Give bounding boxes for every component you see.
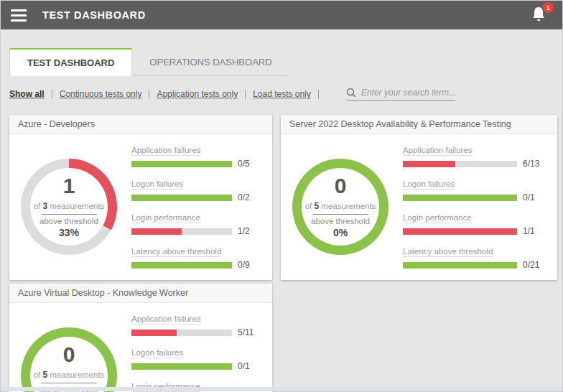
donut-value: 0 xyxy=(63,343,75,366)
search-box xyxy=(346,88,455,101)
card-server-2022-desktop[interactable]: Server 2022 Desktop Availability & Perfo… xyxy=(281,115,557,280)
metric-count: 1/1 xyxy=(523,226,547,236)
metric-bar xyxy=(403,161,517,167)
metric-bar xyxy=(403,195,517,201)
metric-label: Latency above threshold xyxy=(403,247,493,257)
dashboard-cards: Azure - Developers 1 of 3 measurements a… xyxy=(9,115,562,392)
metric-count: 6/13 xyxy=(523,159,547,169)
card-title: Server 2022 Desktop Availability & Perfo… xyxy=(281,115,557,134)
donut-chart: 0 of 5 measurements above threshold 0% xyxy=(292,159,388,255)
tab-test-dashboard[interactable]: TEST DASHBOARD xyxy=(9,48,132,76)
filter-show-all[interactable]: Show all xyxy=(9,89,45,99)
metric-row: Latency above threshold 0/21 xyxy=(403,244,547,270)
metric-row: Logon failures 0/2 xyxy=(131,177,262,202)
card-title: Azure - Developers xyxy=(9,115,272,134)
metric-bar xyxy=(131,161,232,167)
filter-separator xyxy=(149,90,149,99)
donut-measurements: of 5 measurements xyxy=(34,370,105,380)
filter-separator xyxy=(245,90,246,99)
metric-count: 0/9 xyxy=(238,260,262,270)
metric-label: Logon failures xyxy=(131,348,183,358)
card-azure-developers[interactable]: Azure - Developers 1 of 3 measurements a… xyxy=(9,115,272,280)
metric-bar xyxy=(403,228,517,235)
donut-value: 1 xyxy=(63,174,75,197)
metric-list: Application failures 6/13 Logon failures… xyxy=(403,143,547,270)
app-bar: TEST DASHBOARD 1 xyxy=(1,1,562,29)
app-window: TEST DASHBOARD 1 TEST DASHBOARD OPERATIO… xyxy=(0,0,563,392)
search-input[interactable] xyxy=(361,88,455,98)
metric-count: 0/1 xyxy=(238,361,262,371)
metric-row: Logon failures 0/1 xyxy=(131,345,262,371)
metric-bar xyxy=(131,363,232,370)
filter-application-tests[interactable]: Application tests only xyxy=(157,89,238,99)
filter-separator xyxy=(318,90,319,99)
metric-label: Application failures xyxy=(131,146,201,156)
donut-divider xyxy=(41,214,97,215)
donut-above-label: above threshold xyxy=(311,217,370,225)
filter-load-tests[interactable]: Load tests only xyxy=(253,89,311,99)
metric-count: 0/1 xyxy=(523,192,547,202)
metric-label: Logon failures xyxy=(403,179,455,190)
notification-badge: 1 xyxy=(543,2,554,13)
metric-count: 1/2 xyxy=(238,226,262,236)
metric-list: Application failures 0/5 Logon failures … xyxy=(131,143,262,270)
metric-bar xyxy=(403,262,517,269)
metric-row: Login performance 1/2 xyxy=(131,210,262,236)
card-azure-virtual-desktop[interactable]: Azure Virtual Desktop - Knowledge Worker… xyxy=(9,284,272,392)
metric-count: 0/2 xyxy=(238,192,262,202)
metric-list: Application failures 5/11 Logon failures… xyxy=(131,312,262,392)
metric-label: Logon failures xyxy=(131,179,183,190)
donut-percent: 33% xyxy=(59,227,79,238)
metric-bar xyxy=(131,228,232,235)
donut-divider xyxy=(41,383,97,383)
filter-row: Show all Continuous tests only Applicati… xyxy=(9,88,554,101)
donut-percent: 0% xyxy=(333,227,348,238)
metric-label: Login performance xyxy=(131,213,200,223)
donut-above-label: above threshold xyxy=(39,217,98,225)
metric-bar xyxy=(131,262,232,269)
filter-separator xyxy=(52,90,52,99)
metric-row: Application failures 5/11 xyxy=(131,312,262,337)
metric-row: Latency above threshold 0/9 xyxy=(131,244,262,270)
donut-chart: 0 of 5 measurements above threshold 0% xyxy=(21,327,117,392)
filter-continuous-tests[interactable]: Continuous tests only xyxy=(60,89,142,99)
metric-row: Application failures 0/5 xyxy=(131,143,262,169)
app-title: TEST DASHBOARD xyxy=(42,9,146,21)
metric-label: Login performance xyxy=(403,213,472,223)
card-title: Azure Virtual Desktop - Knowledge Worker xyxy=(9,284,272,303)
search-icon xyxy=(346,88,356,98)
metric-row: Login performance 1/1 xyxy=(403,210,547,236)
donut-measurements: of 5 measurements xyxy=(305,201,376,211)
metric-bar xyxy=(131,195,232,201)
hamburger-menu-icon[interactable] xyxy=(11,5,28,26)
metric-count: 5/11 xyxy=(238,327,262,337)
window-bottom-edge xyxy=(1,387,562,391)
donut-divider xyxy=(312,214,368,215)
metric-bar xyxy=(131,330,232,336)
tab-operations-dashboard[interactable]: OPERATIONS DASHBOARD xyxy=(132,48,289,76)
donut-chart: 1 of 3 measurements above threshold 33% xyxy=(21,159,117,255)
notification-bell-icon[interactable]: 1 xyxy=(531,6,549,24)
metric-row: Logon failures 0/1 xyxy=(403,177,547,202)
metric-label: Application failures xyxy=(131,314,201,325)
dashboard-tabs: TEST DASHBOARD OPERATIONS DASHBOARD xyxy=(9,48,554,76)
donut-measurements: of 3 measurements xyxy=(34,201,105,211)
metric-label: Application failures xyxy=(403,146,473,156)
donut-value: 0 xyxy=(335,174,347,197)
metric-label: Latency above threshold xyxy=(131,247,221,257)
metric-count: 0/21 xyxy=(523,260,547,270)
metric-row: Application failures 6/13 xyxy=(403,143,547,169)
metric-count: 0/5 xyxy=(238,159,262,169)
